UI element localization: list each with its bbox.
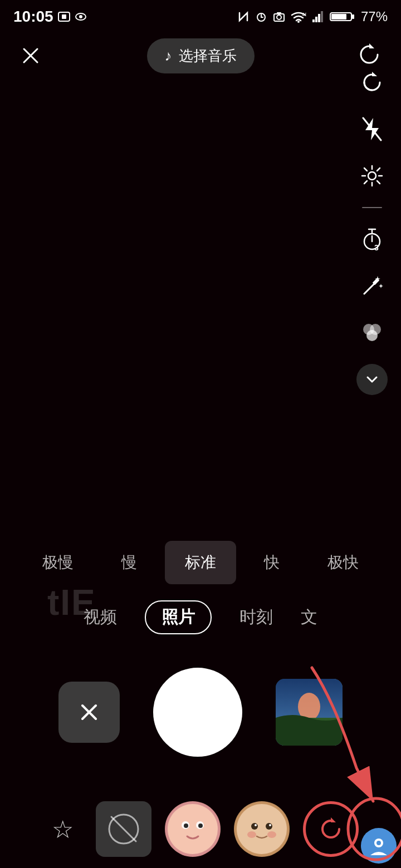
speed-very-fast[interactable]: 极快: [307, 541, 379, 584]
speed-selector: 极慢 慢 标准 快 极快: [0, 541, 401, 584]
svg-rect-12: [312, 19, 315, 22]
flip-camera-button[interactable]: [356, 67, 388, 98]
sim-icon: [58, 12, 70, 22]
close-button[interactable]: [17, 42, 45, 70]
svg-marker-56: [331, 817, 336, 822]
top-bar: ♪ 选择音乐: [0, 33, 401, 78]
svg-point-3: [79, 15, 82, 18]
flash-off-icon: [362, 117, 382, 141]
status-time: 10:05: [13, 8, 87, 26]
svg-point-50: [251, 823, 258, 830]
nfc-icon: [237, 11, 250, 23]
speed-normal[interactable]: 标准: [165, 541, 236, 584]
svg-rect-17: [331, 14, 346, 19]
gallery-thumbnail[interactable]: [276, 679, 343, 746]
music-select-button[interactable]: ♪ 选择音乐: [147, 38, 255, 73]
watermark-logo: [365, 832, 393, 860]
svg-marker-22: [372, 72, 377, 76]
tab-moment[interactable]: 时刻: [239, 600, 273, 634]
filter-face-2[interactable]: [234, 801, 290, 857]
svg-rect-14: [318, 14, 320, 22]
svg-point-10: [297, 21, 300, 23]
x-icon: [21, 46, 41, 66]
status-icons-right: 46 77%: [237, 9, 388, 24]
color-wheel-icon: [360, 320, 384, 345]
filter-bar: ☆: [0, 801, 401, 857]
color-effects-button[interactable]: [356, 317, 388, 348]
face-filter-1-image: [168, 804, 218, 854]
right-toolbar: 3: [356, 67, 388, 395]
battery-percent: 77%: [361, 9, 388, 24]
tab-photo[interactable]: 照片: [145, 600, 212, 634]
gear-icon: [360, 164, 384, 188]
gallery-preview-image: [276, 679, 343, 746]
svg-line-30: [364, 283, 375, 294]
svg-point-47: [184, 823, 188, 828]
magic-wand-icon: [360, 274, 384, 298]
svg-rect-1: [62, 14, 66, 19]
svg-rect-18: [352, 14, 354, 19]
svg-point-51: [266, 823, 272, 830]
favorites-button[interactable]: ☆: [42, 809, 82, 849]
speed-fast[interactable]: 快: [236, 541, 307, 584]
star-icon: ☆: [52, 815, 74, 844]
svg-text:3: 3: [374, 243, 379, 251]
svg-point-44: [168, 804, 218, 854]
svg-point-24: [368, 172, 376, 180]
flip-icon: [360, 70, 384, 95]
speed-very-slow[interactable]: 极慢: [22, 541, 94, 584]
tab-video[interactable]: 视频: [84, 600, 117, 634]
svg-point-54: [247, 831, 256, 838]
speed-slow[interactable]: 慢: [94, 541, 165, 584]
music-icon: ♪: [165, 47, 172, 65]
wifi-icon: 46: [291, 11, 306, 23]
music-label: 选择音乐: [179, 46, 237, 66]
svg-point-53: [269, 824, 271, 826]
svg-line-43: [111, 817, 136, 841]
face-filter-2-image: [237, 804, 287, 854]
watermark-badge: [361, 828, 397, 864]
tab-text[interactable]: 文: [301, 600, 317, 634]
camera-controls: [0, 668, 401, 757]
svg-point-48: [198, 823, 203, 828]
filter-face-1[interactable]: [165, 801, 221, 857]
x-cancel-icon: [77, 700, 101, 724]
svg-marker-21: [369, 43, 374, 48]
clock-display: 10:05: [13, 8, 53, 26]
rotate-camera-icon[interactable]: [356, 42, 382, 67]
svg-rect-13: [315, 17, 317, 22]
ai-effects-button[interactable]: [356, 270, 388, 302]
svg-point-55: [267, 831, 276, 838]
status-bar: 10:05 46: [0, 0, 401, 33]
top-right-space: [356, 42, 384, 70]
svg-point-34: [366, 330, 378, 341]
shutter-button[interactable]: [153, 668, 242, 757]
no-filter-button[interactable]: [96, 801, 151, 857]
mode-tabs: 视频 照片 时刻 文: [0, 600, 401, 634]
chevron-down-icon: [364, 372, 380, 387]
signal-icon: [312, 11, 324, 23]
eye-icon: [75, 12, 87, 22]
svg-point-59: [376, 841, 381, 845]
svg-point-8: [277, 15, 281, 19]
flash-button[interactable]: [356, 114, 388, 145]
svg-rect-9: [277, 12, 281, 14]
svg-point-52: [255, 824, 257, 826]
camera-icon: [273, 11, 285, 23]
svg-text:46: 46: [302, 12, 306, 17]
cancel-button[interactable]: [58, 682, 120, 743]
toolbar-divider: [362, 207, 382, 208]
timer-icon: 3: [360, 227, 384, 251]
svg-point-49: [237, 804, 287, 854]
settings-button[interactable]: [356, 160, 388, 191]
refresh-icon: [317, 815, 345, 843]
timer-button[interactable]: 3: [356, 224, 388, 255]
alarm-icon: [255, 11, 267, 23]
refresh-filter-button[interactable]: [303, 801, 359, 857]
more-options-button[interactable]: [356, 364, 388, 395]
no-filter-icon: [107, 812, 140, 846]
svg-rect-15: [321, 11, 323, 22]
battery-icon: [330, 11, 355, 23]
